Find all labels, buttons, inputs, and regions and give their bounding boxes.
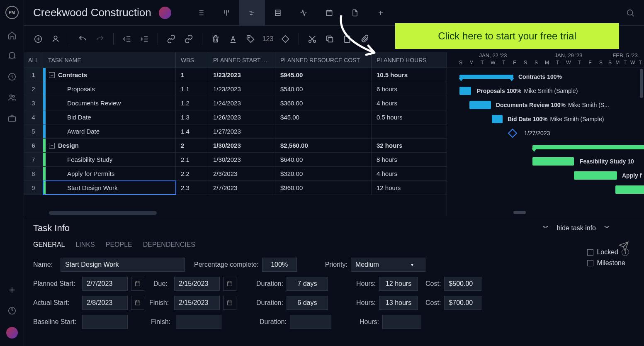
- task-name-cell[interactable]: −Design: [43, 139, 176, 152]
- gantt-vscroll[interactable]: [640, 69, 643, 98]
- project-avatar[interactable]: [159, 7, 171, 19]
- start-cell[interactable]: 1/30/2023: [208, 139, 275, 152]
- add-person-icon[interactable]: [50, 33, 61, 45]
- activity-view-icon[interactable]: [291, 0, 316, 26]
- hide-task-info[interactable]: ︾hide task info︾: [543, 224, 610, 232]
- redo-icon[interactable]: [94, 33, 106, 45]
- gantt-bar-design[interactable]: [532, 145, 644, 149]
- cost-cell[interactable]: $320.00: [275, 167, 372, 180]
- cta-banner[interactable]: Click here to start your free trial: [395, 23, 619, 49]
- cost-cell[interactable]: $960.00: [275, 181, 372, 195]
- baseline-start-input[interactable]: [82, 315, 128, 329]
- hours-input[interactable]: [379, 277, 418, 291]
- task-name-cell[interactable]: −Contracts: [43, 68, 176, 82]
- start-cell[interactable]: 2/7/2023: [208, 181, 275, 195]
- indent-icon[interactable]: [139, 33, 150, 45]
- wbs-cell[interactable]: 2.3: [176, 181, 208, 195]
- table-row[interactable]: 6−Design21/30/2023$2,560.0032 hours: [24, 139, 447, 153]
- calendar-icon[interactable]: [223, 296, 236, 310]
- cost-input-2[interactable]: [444, 296, 481, 310]
- cost-cell[interactable]: [275, 124, 372, 138]
- collapse-icon[interactable]: −: [49, 143, 55, 149]
- cost-cell[interactable]: $45.00: [275, 110, 372, 124]
- wbs-cell[interactable]: 2.2: [176, 167, 208, 180]
- start-cell[interactable]: 1/26/2023: [208, 110, 275, 124]
- link-icon[interactable]: [165, 33, 177, 45]
- hours-input-3[interactable]: [382, 315, 421, 329]
- hours-cell[interactable]: 12 hours: [372, 181, 438, 195]
- file-view-icon[interactable]: [342, 0, 368, 26]
- hours-cell[interactable]: 4 hours: [372, 96, 438, 110]
- user-avatar[interactable]: [6, 327, 18, 339]
- calendar-icon[interactable]: [131, 296, 144, 310]
- start-cell[interactable]: 1/30/2023: [208, 153, 275, 166]
- start-cell[interactable]: 1/23/2023: [208, 68, 275, 82]
- wbs-cell[interactable]: 1.4: [176, 124, 208, 138]
- hours-cell[interactable]: 32 hours: [372, 139, 438, 152]
- cost-cell[interactable]: $540.00: [275, 82, 372, 96]
- cost-cell[interactable]: $2,560.00: [275, 139, 372, 152]
- hours-cell[interactable]: 6 hours: [372, 82, 438, 96]
- col-planned-cost[interactable]: PLANNED RESOURCE COST: [275, 52, 372, 68]
- gantt-bar-documents[interactable]: [469, 101, 491, 109]
- sheet-view-icon[interactable]: [265, 0, 291, 26]
- numbering-icon[interactable]: 123: [262, 33, 274, 45]
- task-name-cell[interactable]: Start Design Work: [43, 181, 176, 195]
- wbs-cell[interactable]: 1.2: [176, 96, 208, 110]
- plus-icon[interactable]: [7, 285, 17, 295]
- calendar-view-icon[interactable]: [316, 0, 342, 26]
- gantt-bar-feasibility[interactable]: [532, 157, 574, 166]
- hours-cell[interactable]: 8 hours: [372, 153, 438, 166]
- tag-icon[interactable]: [245, 33, 256, 45]
- wbs-cell[interactable]: 1.1: [176, 82, 208, 96]
- task-name-cell[interactable]: Bid Date: [43, 110, 176, 124]
- paste-icon[interactable]: [341, 33, 353, 45]
- duration-input-3[interactable]: [290, 315, 331, 329]
- hours-cell[interactable]: 10.5 hours: [372, 68, 438, 82]
- attach-icon[interactable]: [359, 33, 370, 45]
- bell-icon[interactable]: [7, 51, 17, 61]
- clock-icon[interactable]: [7, 72, 17, 81]
- start-cell[interactable]: 2/3/2023: [208, 167, 275, 180]
- col-task-name[interactable]: TASK NAME: [43, 52, 176, 68]
- tab-dependencies[interactable]: DEPENDENCIES: [143, 241, 195, 249]
- duration-input[interactable]: [287, 277, 328, 291]
- duration-input-2[interactable]: [287, 296, 328, 310]
- pct-input[interactable]: [262, 258, 297, 272]
- name-input[interactable]: [61, 258, 185, 272]
- table-row[interactable]: 5Award Date1.41/27/2023: [24, 124, 447, 139]
- list-view-icon[interactable]: [188, 0, 214, 26]
- locked-check[interactable]: Lockedi: [587, 249, 629, 256]
- gantt-bar-start-design[interactable]: [615, 185, 644, 194]
- col-wbs[interactable]: WBS: [176, 52, 208, 68]
- cost-cell[interactable]: $360.00: [275, 96, 372, 110]
- info-icon[interactable]: i: [622, 249, 629, 256]
- table-row[interactable]: 3Documents Review1.21/24/2023$360.004 ho…: [24, 96, 447, 110]
- gantt-bar-bid[interactable]: [492, 115, 503, 123]
- cost-input[interactable]: [444, 277, 481, 291]
- search-icon[interactable]: [626, 8, 635, 17]
- wbs-cell[interactable]: 2: [176, 139, 208, 152]
- help-icon[interactable]: [7, 306, 17, 315]
- table-row[interactable]: 4Bid Date1.31/26/2023$45.000.5 hours: [24, 110, 447, 124]
- task-name-cell[interactable]: Feasibility Study: [43, 153, 176, 166]
- collapse-icon[interactable]: −: [49, 72, 55, 78]
- hours-input-2[interactable]: [379, 296, 418, 310]
- people-icon[interactable]: [7, 93, 17, 102]
- hours-cell[interactable]: [372, 124, 438, 138]
- table-row[interactable]: 1−Contracts11/23/2023$945.0010.5 hours: [24, 68, 447, 82]
- cost-cell[interactable]: $945.00: [275, 68, 372, 82]
- task-name-cell[interactable]: Documents Review: [43, 96, 176, 110]
- pm-logo[interactable]: PM: [5, 6, 19, 19]
- grid-hscroll[interactable]: [24, 210, 447, 216]
- table-row[interactable]: 7Feasibility Study2.11/30/2023$640.008 h…: [24, 153, 447, 167]
- gantt-bar-apply[interactable]: [574, 171, 617, 180]
- gantt-view-icon[interactable]: [239, 0, 265, 26]
- wbs-cell[interactable]: 2.1: [176, 153, 208, 166]
- planned-start-input[interactable]: [82, 277, 128, 291]
- outdent-icon[interactable]: [121, 33, 133, 45]
- milestone-check[interactable]: Milestone: [587, 259, 629, 267]
- wbs-cell[interactable]: 1.3: [176, 110, 208, 124]
- unlink-icon[interactable]: [183, 33, 194, 45]
- calendar-icon[interactable]: [131, 277, 144, 291]
